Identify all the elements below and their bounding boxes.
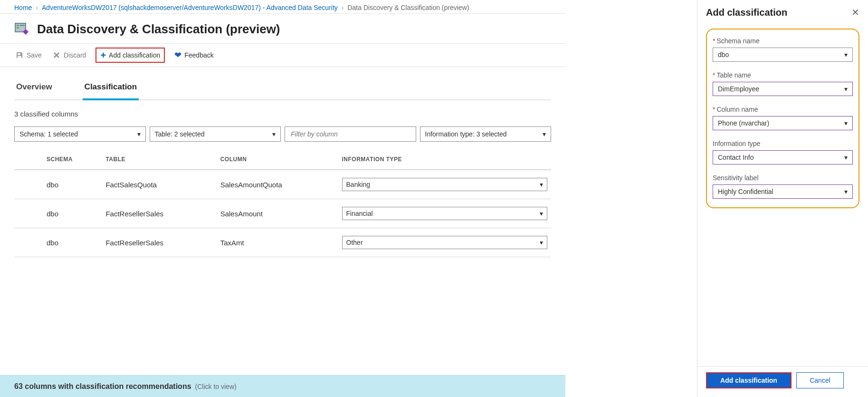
select-table[interactable]: DimEmployee ▾ <box>713 82 853 96</box>
field-sensitivity: Sensitivity label Highly Confidential ▾ <box>713 174 853 199</box>
select-infotype[interactable]: Contact Info ▾ <box>713 150 853 165</box>
chevron-down-icon: ▾ <box>844 119 848 127</box>
save-button: Save <box>14 49 43 61</box>
label-infotype: Information type <box>713 140 853 147</box>
cell-infotype-select[interactable]: Financial▾ <box>342 207 547 220</box>
feedback-button[interactable]: ❤ Feedback <box>173 48 214 62</box>
cell-column: TaxAmt <box>217 228 338 257</box>
cell-schema: dbo <box>43 170 102 199</box>
cell-infotype-select[interactable]: Other▾ <box>342 236 547 249</box>
classification-table: SCHEMA TABLE COLUMN INFORMATION TYPE dbo… <box>14 149 551 257</box>
discard-label: Discard <box>64 51 86 59</box>
feedback-label: Feedback <box>184 51 213 59</box>
cancel-button[interactable]: Cancel <box>796 372 844 388</box>
toolbar: Save Discard + Add classification ❤ Feed… <box>0 43 565 67</box>
filter-column-input[interactable] <box>290 130 411 138</box>
breadcrumb-db[interactable]: AdventureWorksDW2017 (sqlshackdemoserver… <box>42 4 338 11</box>
chevron-down-icon: ▾ <box>543 130 546 138</box>
field-schema: *Schema name dbo ▾ <box>713 37 853 62</box>
heart-icon: ❤ <box>174 50 181 60</box>
panel-header: Add classification ✕ <box>697 0 868 25</box>
cell-table: FactSalesQuota <box>102 170 216 199</box>
cell-column: SalesAmountQuota <box>217 170 338 199</box>
filters: Schema: 1 selected ▾ Table: 2 selected ▾… <box>14 126 551 142</box>
save-icon <box>15 51 24 59</box>
cell-infotype-value: Banking <box>346 181 371 188</box>
add-label: Add classification <box>109 51 160 59</box>
field-column: *Column name Phone (nvarchar) ▾ <box>713 106 853 130</box>
filter-infotype[interactable]: Information type: 3 selected ▾ <box>420 126 552 142</box>
select-schema[interactable]: dbo ▾ <box>713 48 853 62</box>
tab-overview[interactable]: Overview <box>14 77 54 99</box>
label-table: *Table name <box>713 71 853 79</box>
tabs: Overview Classification <box>14 77 551 100</box>
breadcrumb: Home › AdventureWorksDW2017 (sqlshackdem… <box>0 0 565 14</box>
filter-column[interactable] <box>285 126 416 142</box>
select-sensitivity-value: Highly Confidential <box>718 188 773 195</box>
chevron-down-icon: ▾ <box>844 51 848 58</box>
chevron-down-icon: ▾ <box>844 85 848 93</box>
table-row: dboFactSalesQuotaSalesAmountQuotaBanking… <box>14 170 551 199</box>
recommendations-banner[interactable]: 63 columns with classification recommend… <box>0 375 565 397</box>
add-classification-panel: Add classification ✕ *Schema name dbo ▾ … <box>697 0 868 397</box>
filter-schema[interactable]: Schema: 1 selected ▾ <box>14 126 146 142</box>
discard-button: Discard <box>51 49 87 61</box>
filter-table-label: Table: 2 selected <box>155 130 205 138</box>
chevron-down-icon: ▾ <box>540 239 543 246</box>
select-infotype-value: Contact Info <box>718 154 754 161</box>
chevron-down-icon: ▾ <box>844 154 848 161</box>
classification-icon <box>14 20 31 38</box>
cell-schema: dbo <box>43 199 102 228</box>
filter-infotype-label: Information type: 3 selected <box>425 130 507 138</box>
chevron-right-icon: › <box>36 4 38 11</box>
th-infotype: INFORMATION TYPE <box>338 149 551 170</box>
table-row: dboFactResellerSalesTaxAmtOther▾ <box>14 228 551 257</box>
filter-table[interactable]: Table: 2 selected ▾ <box>150 126 281 142</box>
cell-infotype-value: Financial <box>346 210 373 217</box>
chevron-down-icon: ▾ <box>540 210 543 217</box>
select-sensitivity[interactable]: Highly Confidential ▾ <box>713 184 853 199</box>
page-title: Data Discovery & Classification (preview… <box>37 22 280 37</box>
chevron-right-icon: › <box>342 4 344 11</box>
table-row: dboFactResellerSalesSalesAmountFinancial… <box>14 199 551 228</box>
breadcrumb-home[interactable]: Home <box>14 4 32 11</box>
form-box: *Schema name dbo ▾ *Table name DimEmploy… <box>706 29 859 208</box>
save-label: Save <box>27 51 42 59</box>
th-table: TABLE <box>102 149 216 170</box>
th-column: COLUMN <box>217 149 338 170</box>
th-schema: SCHEMA <box>43 149 102 170</box>
panel-title: Add classification <box>706 7 787 18</box>
table-header-row: SCHEMA TABLE COLUMN INFORMATION TYPE <box>14 149 551 170</box>
chevron-down-icon: ▾ <box>137 130 141 138</box>
cell-table: FactResellerSales <box>102 199 216 228</box>
content: Overview Classification 3 classified col… <box>0 67 565 397</box>
label-schema: *Schema name <box>713 37 853 45</box>
label-column: *Column name <box>713 106 853 113</box>
cell-infotype-select[interactable]: Banking▾ <box>342 178 547 191</box>
svg-rect-2 <box>17 27 19 29</box>
cell-infotype-value: Other <box>346 239 363 246</box>
svg-rect-1 <box>17 25 19 26</box>
select-column[interactable]: Phone (nvarchar) ▾ <box>713 116 853 130</box>
chevron-down-icon: ▾ <box>844 188 848 195</box>
classified-count: 3 classified columns <box>14 110 551 118</box>
breadcrumb-current: Data Discovery & Classification (preview… <box>347 4 469 11</box>
recommendations-hint: (Click to view) <box>195 383 237 390</box>
chevron-down-icon: ▾ <box>272 130 276 138</box>
panel-footer: Add classification Cancel <box>697 366 868 397</box>
tab-classification[interactable]: Classification <box>83 77 139 100</box>
label-sensitivity: Sensitivity label <box>713 174 853 182</box>
filter-schema-label: Schema: 1 selected <box>19 130 78 138</box>
add-classification-button[interactable]: + Add classification <box>95 48 165 63</box>
chevron-down-icon: ▾ <box>540 181 543 188</box>
select-schema-value: dbo <box>718 51 729 58</box>
select-column-value: Phone (nvarchar) <box>718 119 769 127</box>
close-icon[interactable]: ✕ <box>851 7 859 18</box>
submit-button[interactable]: Add classification <box>706 372 792 388</box>
page-title-row: Data Discovery & Classification (preview… <box>0 14 565 43</box>
select-table-value: DimEmployee <box>718 85 759 93</box>
main-area: Home › AdventureWorksDW2017 (sqlshackdem… <box>0 0 565 397</box>
field-infotype: Information type Contact Info ▾ <box>713 140 853 165</box>
field-table: *Table name DimEmployee ▾ <box>713 71 853 96</box>
cell-schema: dbo <box>43 228 102 257</box>
